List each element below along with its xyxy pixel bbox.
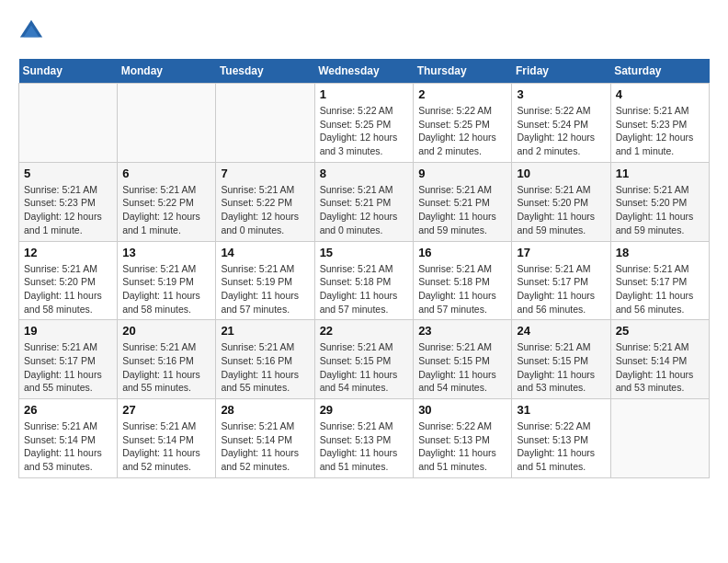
calendar-cell: 14Sunrise: 5:21 AM Sunset: 5:19 PM Dayli… bbox=[216, 241, 314, 320]
day-of-week-header: Sunday bbox=[19, 59, 118, 84]
calendar-cell: 28Sunrise: 5:21 AM Sunset: 5:14 PM Dayli… bbox=[216, 399, 314, 478]
day-number: 30 bbox=[418, 403, 506, 417]
day-number: 10 bbox=[517, 167, 605, 180]
day-number: 8 bbox=[320, 167, 409, 180]
day-info: Sunrise: 5:21 AM Sunset: 5:20 PM Dayligh… bbox=[616, 183, 704, 237]
day-number: 7 bbox=[221, 167, 309, 180]
day-info: Sunrise: 5:21 AM Sunset: 5:13 PM Dayligh… bbox=[320, 419, 409, 474]
day-info: Sunrise: 5:21 AM Sunset: 5:20 PM Dayligh… bbox=[24, 262, 112, 316]
calendar-cell: 10Sunrise: 5:21 AM Sunset: 5:20 PM Dayli… bbox=[512, 162, 610, 241]
day-info: Sunrise: 5:21 AM Sunset: 5:19 PM Dayligh… bbox=[122, 262, 210, 316]
day-number: 9 bbox=[418, 167, 506, 180]
calendar-cell: 11Sunrise: 5:21 AM Sunset: 5:20 PM Dayli… bbox=[610, 162, 709, 241]
day-info: Sunrise: 5:21 AM Sunset: 5:14 PM Dayligh… bbox=[221, 419, 309, 474]
calendar-cell bbox=[216, 84, 314, 163]
day-number: 3 bbox=[517, 87, 605, 101]
logo[interactable] bbox=[18, 18, 48, 44]
calendar-cell: 20Sunrise: 5:21 AM Sunset: 5:16 PM Dayli… bbox=[118, 320, 216, 399]
day-number: 27 bbox=[122, 403, 210, 417]
day-of-week-header: Thursday bbox=[414, 59, 512, 84]
calendar-cell: 1Sunrise: 5:22 AM Sunset: 5:25 PM Daylig… bbox=[314, 84, 414, 163]
calendar-cell: 12Sunrise: 5:21 AM Sunset: 5:20 PM Dayli… bbox=[19, 241, 118, 320]
calendar-table: SundayMondayTuesdayWednesdayThursdayFrid… bbox=[18, 59, 710, 478]
calendar-cell: 27Sunrise: 5:21 AM Sunset: 5:14 PM Dayli… bbox=[118, 399, 216, 478]
day-info: Sunrise: 5:21 AM Sunset: 5:17 PM Dayligh… bbox=[24, 340, 112, 395]
day-info: Sunrise: 5:21 AM Sunset: 5:23 PM Dayligh… bbox=[24, 183, 112, 237]
calendar-cell: 7Sunrise: 5:21 AM Sunset: 5:22 PM Daylig… bbox=[216, 162, 314, 241]
calendar-cell: 16Sunrise: 5:21 AM Sunset: 5:18 PM Dayli… bbox=[414, 241, 512, 320]
day-number: 29 bbox=[320, 403, 409, 417]
day-number: 2 bbox=[418, 87, 506, 101]
calendar-cell: 25Sunrise: 5:21 AM Sunset: 5:14 PM Dayli… bbox=[610, 320, 709, 399]
day-info: Sunrise: 5:22 AM Sunset: 5:24 PM Dayligh… bbox=[517, 104, 605, 158]
day-of-week-header: Tuesday bbox=[216, 59, 314, 84]
calendar-cell: 9Sunrise: 5:21 AM Sunset: 5:21 PM Daylig… bbox=[414, 162, 512, 241]
day-info: Sunrise: 5:21 AM Sunset: 5:14 PM Dayligh… bbox=[24, 419, 112, 474]
calendar-cell: 6Sunrise: 5:21 AM Sunset: 5:22 PM Daylig… bbox=[118, 162, 216, 241]
calendar-cell: 29Sunrise: 5:21 AM Sunset: 5:13 PM Dayli… bbox=[314, 399, 414, 478]
calendar-cell: 5Sunrise: 5:21 AM Sunset: 5:23 PM Daylig… bbox=[19, 162, 118, 241]
day-number: 18 bbox=[616, 246, 704, 259]
calendar-week-row: 1Sunrise: 5:22 AM Sunset: 5:25 PM Daylig… bbox=[19, 84, 710, 163]
day-of-week-header: Saturday bbox=[610, 59, 709, 84]
calendar-cell: 21Sunrise: 5:21 AM Sunset: 5:16 PM Dayli… bbox=[216, 320, 314, 399]
calendar-week-row: 12Sunrise: 5:21 AM Sunset: 5:20 PM Dayli… bbox=[19, 241, 710, 320]
logo-icon bbox=[18, 18, 44, 44]
day-number: 20 bbox=[122, 324, 210, 338]
day-info: Sunrise: 5:22 AM Sunset: 5:13 PM Dayligh… bbox=[418, 419, 506, 474]
day-info: Sunrise: 5:21 AM Sunset: 5:15 PM Dayligh… bbox=[517, 340, 605, 395]
calendar-cell bbox=[118, 84, 216, 163]
calendar-week-row: 26Sunrise: 5:21 AM Sunset: 5:14 PM Dayli… bbox=[19, 399, 710, 478]
calendar-cell bbox=[19, 84, 118, 163]
calendar-cell: 3Sunrise: 5:22 AM Sunset: 5:24 PM Daylig… bbox=[512, 84, 610, 163]
day-info: Sunrise: 5:22 AM Sunset: 5:25 PM Dayligh… bbox=[320, 104, 409, 158]
calendar-cell: 26Sunrise: 5:21 AM Sunset: 5:14 PM Dayli… bbox=[19, 399, 118, 478]
calendar-cell: 18Sunrise: 5:21 AM Sunset: 5:17 PM Dayli… bbox=[610, 241, 709, 320]
day-info: Sunrise: 5:21 AM Sunset: 5:23 PM Dayligh… bbox=[616, 104, 704, 158]
calendar-header-row: SundayMondayTuesdayWednesdayThursdayFrid… bbox=[19, 59, 710, 84]
day-number: 11 bbox=[616, 167, 704, 180]
day-number: 14 bbox=[221, 246, 309, 259]
day-number: 26 bbox=[24, 403, 112, 417]
calendar-cell: 17Sunrise: 5:21 AM Sunset: 5:17 PM Dayli… bbox=[512, 241, 610, 320]
day-info: Sunrise: 5:21 AM Sunset: 5:15 PM Dayligh… bbox=[418, 340, 506, 395]
day-number: 28 bbox=[221, 403, 309, 417]
calendar-cell: 23Sunrise: 5:21 AM Sunset: 5:15 PM Dayli… bbox=[414, 320, 512, 399]
day-number: 25 bbox=[616, 324, 704, 338]
day-info: Sunrise: 5:21 AM Sunset: 5:15 PM Dayligh… bbox=[320, 340, 409, 395]
day-of-week-header: Monday bbox=[118, 59, 216, 84]
calendar-cell: 2Sunrise: 5:22 AM Sunset: 5:25 PM Daylig… bbox=[414, 84, 512, 163]
day-info: Sunrise: 5:21 AM Sunset: 5:16 PM Dayligh… bbox=[122, 340, 210, 395]
day-of-week-header: Friday bbox=[512, 59, 610, 84]
calendar-cell: 24Sunrise: 5:21 AM Sunset: 5:15 PM Dayli… bbox=[512, 320, 610, 399]
page-header bbox=[18, 18, 710, 44]
day-number: 23 bbox=[418, 324, 506, 338]
day-info: Sunrise: 5:21 AM Sunset: 5:17 PM Dayligh… bbox=[517, 262, 605, 316]
day-number: 19 bbox=[24, 324, 112, 338]
day-number: 6 bbox=[122, 167, 210, 180]
day-of-week-header: Wednesday bbox=[314, 59, 414, 84]
calendar-cell: 19Sunrise: 5:21 AM Sunset: 5:17 PM Dayli… bbox=[19, 320, 118, 399]
calendar-cell: 15Sunrise: 5:21 AM Sunset: 5:18 PM Dayli… bbox=[314, 241, 414, 320]
day-number: 17 bbox=[517, 246, 605, 259]
day-number: 5 bbox=[24, 167, 112, 180]
day-info: Sunrise: 5:21 AM Sunset: 5:21 PM Dayligh… bbox=[418, 183, 506, 237]
day-info: Sunrise: 5:21 AM Sunset: 5:21 PM Dayligh… bbox=[320, 183, 409, 237]
day-number: 24 bbox=[517, 324, 605, 338]
calendar-week-row: 5Sunrise: 5:21 AM Sunset: 5:23 PM Daylig… bbox=[19, 162, 710, 241]
calendar-cell: 4Sunrise: 5:21 AM Sunset: 5:23 PM Daylig… bbox=[610, 84, 709, 163]
day-info: Sunrise: 5:21 AM Sunset: 5:14 PM Dayligh… bbox=[122, 419, 210, 474]
calendar-week-row: 19Sunrise: 5:21 AM Sunset: 5:17 PM Dayli… bbox=[19, 320, 710, 399]
day-number: 16 bbox=[418, 246, 506, 259]
day-number: 1 bbox=[320, 87, 409, 101]
day-info: Sunrise: 5:21 AM Sunset: 5:22 PM Dayligh… bbox=[122, 183, 210, 237]
calendar-cell: 31Sunrise: 5:22 AM Sunset: 5:13 PM Dayli… bbox=[512, 399, 610, 478]
day-info: Sunrise: 5:21 AM Sunset: 5:18 PM Dayligh… bbox=[320, 262, 409, 316]
calendar-cell bbox=[610, 399, 709, 478]
day-info: Sunrise: 5:21 AM Sunset: 5:18 PM Dayligh… bbox=[418, 262, 506, 316]
calendar-cell: 22Sunrise: 5:21 AM Sunset: 5:15 PM Dayli… bbox=[314, 320, 414, 399]
calendar-cell: 8Sunrise: 5:21 AM Sunset: 5:21 PM Daylig… bbox=[314, 162, 414, 241]
day-number: 31 bbox=[517, 403, 605, 417]
day-number: 12 bbox=[24, 246, 112, 259]
day-number: 21 bbox=[221, 324, 309, 338]
